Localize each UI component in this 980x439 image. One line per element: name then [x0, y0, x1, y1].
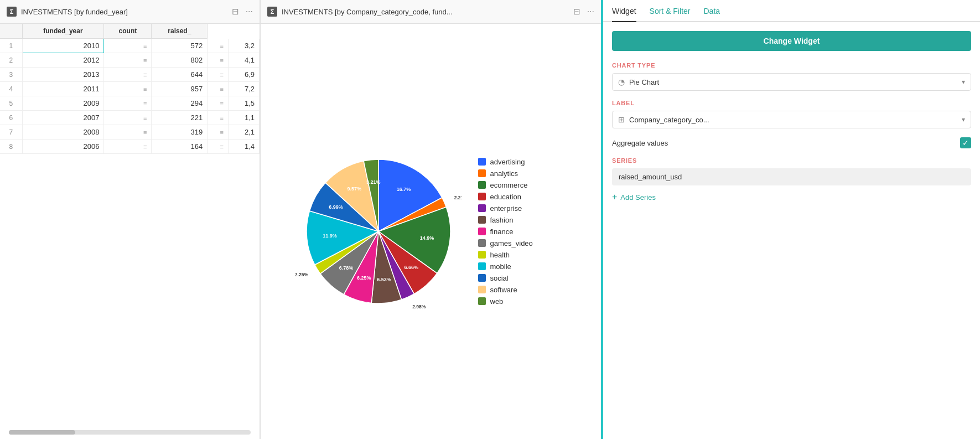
filter-inline-icon2: ≡: [220, 86, 223, 92]
pie-label-software: 9.57%: [347, 186, 361, 192]
cell-filter-count: ≡: [104, 53, 152, 68]
row-num: 5: [0, 96, 22, 111]
cell-raised: 1,1: [228, 111, 259, 125]
pie-label-advertising: 16.7%: [396, 187, 411, 192]
table-icon: ⊞: [618, 115, 625, 124]
legend-label-analytics: analytics: [490, 169, 518, 178]
cell-funded-year[interactable]: 2012: [22, 53, 104, 68]
pie-label-finance: 6.25%: [357, 275, 371, 281]
cell-filter-count: ≡: [104, 82, 152, 96]
filter-inline-icon: ≡: [143, 100, 147, 107]
add-series-label: Add Series: [620, 193, 656, 202]
cell-filter-raised: ≡: [208, 96, 229, 111]
cell-raised: 2,1: [228, 125, 259, 140]
cell-filter-raised: ≡: [208, 82, 229, 96]
table-row[interactable]: 6 2007 ≡ 221 ≡ 1,1: [0, 111, 260, 125]
cell-funded-year[interactable]: 2006: [22, 140, 104, 154]
pie-label-web: 3.21%: [366, 179, 381, 185]
pie-chart: 16.7%2.21%14.9%6.66%2.98%6.53%6.25%6.78%…: [295, 148, 462, 314]
horizontal-scrollbar[interactable]: [9, 430, 251, 435]
chart-type-label: CHART TYPE: [612, 62, 971, 69]
cell-filter-count: ≡: [104, 125, 152, 140]
pie-chart-icon: ◔: [618, 78, 625, 86]
legend-label-mobile: mobile: [490, 262, 511, 271]
cell-funded-year[interactable]: 2013: [22, 68, 104, 82]
cell-funded-year[interactable]: 2009: [22, 96, 104, 111]
row-num: 1: [0, 39, 22, 53]
table-row[interactable]: 5 2009 ≡ 294 ≡ 1,5: [0, 96, 260, 111]
col-header-raised[interactable]: raised_: [152, 24, 208, 39]
legend-item-social: social: [478, 274, 567, 282]
col-header-funded-year[interactable]: funded_year: [22, 24, 104, 39]
cell-filter-raised: ≡: [208, 53, 229, 68]
sigma-icon-left: Σ: [7, 7, 17, 17]
label-section-label: LABEL: [612, 100, 971, 106]
left-panel: Σ INVESTMENTS [by funded_year] ⊟ ··· fun…: [0, 0, 260, 439]
cell-count: 802: [152, 53, 208, 68]
cell-filter-raised: ≡: [208, 68, 229, 82]
label-dropdown[interactable]: ⊞ Company_category_co... ▾: [612, 111, 971, 128]
right-panel: Widget Sort & Filter Data Change Widget …: [603, 0, 980, 439]
tab-widget[interactable]: Widget: [612, 0, 636, 22]
table-row[interactable]: 2 2012 ≡ 802 ≡ 4,1: [0, 53, 260, 68]
legend-color-games_video: [478, 239, 486, 247]
label-value: Company_category_co...: [629, 116, 957, 124]
table-row[interactable]: 7 2008 ≡ 319 ≡ 2,1: [0, 125, 260, 140]
legend-label-ecommerce: ecommerce: [490, 181, 528, 189]
chart-area: 16.7%2.21%14.9%6.66%2.98%6.53%6.25%6.78%…: [261, 24, 601, 439]
legend-color-fashion: [478, 216, 486, 224]
filter-icon-middle[interactable]: ⊟: [571, 6, 583, 18]
table-row[interactable]: 4 2011 ≡ 957 ≡ 7,2: [0, 82, 260, 96]
row-num: 7: [0, 125, 22, 140]
cell-funded-year[interactable]: 2011: [22, 82, 104, 96]
tab-sort-filter[interactable]: Sort & Filter: [650, 0, 691, 22]
middle-panel-title: INVESTMENTS [by Company_category_code, f…: [282, 8, 567, 16]
table-row[interactable]: 1 2010 ≡ 572 ≡ 3,2: [0, 39, 260, 53]
aggregate-row: Aggregate values ✓: [612, 137, 971, 148]
legend-item-software: software: [478, 286, 567, 294]
chart-type-dropdown[interactable]: ◔ Pie Chart ▾: [612, 73, 971, 91]
cell-filter-raised: ≡: [208, 125, 229, 140]
cell-raised: 3,2: [228, 39, 259, 53]
table-row[interactable]: 8 2006 ≡ 164 ≡ 1,4: [0, 140, 260, 154]
cell-count: 319: [152, 125, 208, 140]
add-series-button[interactable]: + Add Series: [612, 192, 971, 202]
cell-funded-year[interactable]: 2010: [22, 39, 104, 53]
table-row[interactable]: 3 2013 ≡ 644 ≡ 6,9: [0, 68, 260, 82]
legend-item-analytics: analytics: [478, 169, 567, 178]
legend-item-finance: finance: [478, 228, 567, 236]
cell-raised: 1,5: [228, 96, 259, 111]
aggregate-label: Aggregate values: [612, 139, 668, 147]
change-widget-button[interactable]: Change Widget: [612, 31, 971, 51]
filter-icon-left[interactable]: ⊟: [230, 6, 241, 18]
filter-inline-icon: ≡: [143, 57, 147, 64]
legend-item-health: health: [478, 251, 567, 259]
series-label: SERIES: [612, 157, 971, 164]
row-num: 8: [0, 140, 22, 154]
legend-color-education: [478, 193, 486, 200]
legend-color-finance: [478, 228, 486, 235]
pie-label-outside-analytics: 2.21%: [454, 195, 461, 200]
cell-funded-year[interactable]: 2007: [22, 111, 104, 125]
left-panel-header: Σ INVESTMENTS [by funded_year] ⊟ ···: [0, 0, 260, 24]
right-tab-bar: Widget Sort & Filter Data: [603, 0, 980, 22]
menu-dots-left[interactable]: ···: [246, 7, 253, 17]
data-table-container: funded_year count raised_ 1 2010 ≡ 572 ≡…: [0, 24, 260, 426]
legend-item-web: web: [478, 297, 567, 306]
cell-raised: 1,4: [228, 140, 259, 154]
legend-item-enterprise: enterprise: [478, 204, 567, 213]
legend-color-analytics: [478, 169, 486, 177]
chart-type-value: Pie Chart: [629, 78, 957, 86]
cell-filter-count: ≡: [104, 140, 152, 154]
menu-dots-middle[interactable]: ···: [587, 7, 594, 17]
legend-item-education: education: [478, 193, 567, 201]
cell-count: 164: [152, 140, 208, 154]
col-header-count[interactable]: count: [104, 24, 152, 39]
filter-inline-icon2: ≡: [220, 43, 223, 49]
cell-funded-year[interactable]: 2008: [22, 125, 104, 140]
pie-label-outside-health: 2.25%: [295, 272, 308, 277]
legend-item-ecommerce: ecommerce: [478, 181, 567, 189]
aggregate-checkbox[interactable]: ✓: [960, 137, 971, 148]
tab-data[interactable]: Data: [703, 0, 720, 22]
chart-legend: advertising analytics ecommerce educatio…: [478, 158, 567, 306]
